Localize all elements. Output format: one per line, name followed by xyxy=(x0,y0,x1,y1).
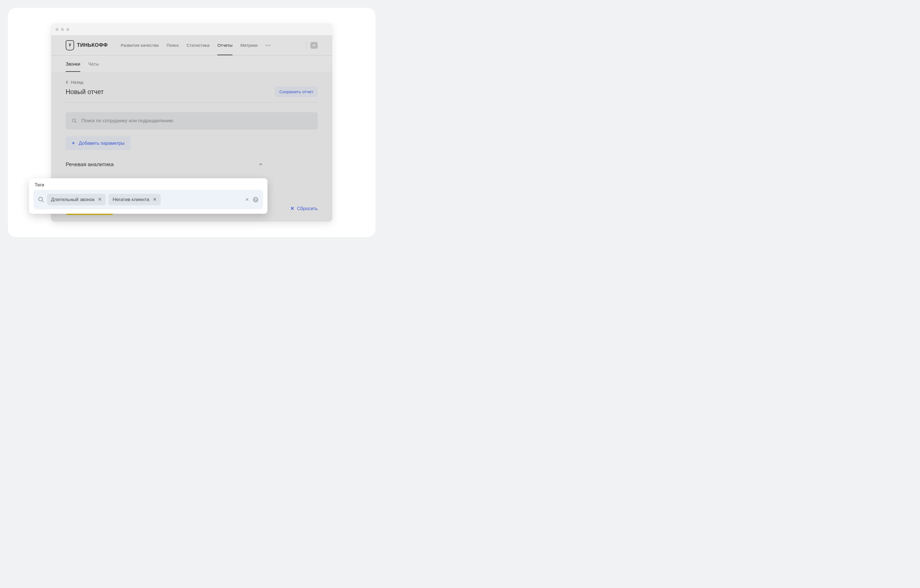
back-link[interactable]: Назад xyxy=(66,80,317,85)
svg-line-1 xyxy=(75,122,77,123)
tab-chats[interactable]: Чаты xyxy=(88,62,99,72)
employee-search-input[interactable] xyxy=(81,118,311,124)
close-icon: ✕ xyxy=(290,206,294,211)
nav-search[interactable]: Поиск xyxy=(167,36,179,55)
save-report-button[interactable]: Сохранить отчет xyxy=(275,86,317,97)
reset-button[interactable]: ✕ Сбросить xyxy=(290,206,317,211)
nav-quality[interactable]: Развитие качества xyxy=(121,36,159,55)
tag-chip-label: Длительный звонок xyxy=(51,197,94,202)
reset-label: Сбросить xyxy=(297,206,317,211)
nav-metrics[interactable]: Метрики xyxy=(240,36,258,55)
page-title: Новый отчет xyxy=(66,88,104,96)
chevron-down-icon xyxy=(312,44,316,47)
clear-all-tags-icon[interactable]: ✕ xyxy=(245,197,249,202)
app-header: ₮ ТИНЬКОФФ Развитие качества Поиск Стати… xyxy=(51,35,332,55)
tags-input[interactable]: Длительный звонок ✕ Негатив клиента ✕ ✕ … xyxy=(34,190,263,209)
shield-icon: ₮ xyxy=(66,40,74,50)
sub-nav: Звонки Чаты xyxy=(51,55,332,72)
main-nav: Развитие качества Поиск Статистика Отчет… xyxy=(121,36,271,55)
search-icon xyxy=(72,118,77,123)
traffic-light-minimize[interactable] xyxy=(61,28,64,31)
speech-analytics-title: Речевая аналитика xyxy=(66,162,113,168)
add-parameters-button[interactable]: + Добавить параметры xyxy=(66,136,131,150)
employee-search[interactable] xyxy=(66,112,317,129)
svg-point-2 xyxy=(39,197,42,201)
tag-remove-icon[interactable]: ✕ xyxy=(98,197,102,202)
add-parameters-label: Добавить параметры xyxy=(79,141,125,146)
traffic-light-close[interactable] xyxy=(55,28,58,31)
tag-chip: Длительный звонок ✕ xyxy=(47,194,106,205)
tag-chip-label: Негатив клиента xyxy=(112,197,149,202)
tags-label: Теги xyxy=(35,182,263,187)
svg-line-3 xyxy=(42,200,44,202)
search-icon xyxy=(38,197,44,203)
nav-reports[interactable]: Отчеты xyxy=(217,36,233,55)
page-body: Назад Новый отчет Сохранить отчет + Доба… xyxy=(51,72,332,193)
title-row: Новый отчет Сохранить отчет xyxy=(66,86,317,102)
stage: ₮ ТИНЬКОФФ Развитие качества Поиск Стати… xyxy=(8,8,376,237)
svg-point-0 xyxy=(73,119,76,122)
tab-calls[interactable]: Звонки xyxy=(66,62,80,72)
traffic-light-zoom[interactable] xyxy=(66,28,69,31)
divider xyxy=(306,42,306,49)
plus-icon: + xyxy=(72,140,75,146)
help-icon[interactable]: ? xyxy=(253,197,259,202)
nav-more-icon[interactable]: ••• xyxy=(266,43,271,48)
tag-chip: Негатив клиента ✕ xyxy=(109,194,161,205)
back-label: Назад xyxy=(71,80,83,85)
chevron-up-icon xyxy=(259,162,263,167)
nav-stats[interactable]: Статистика xyxy=(186,36,209,55)
window-titlebar xyxy=(51,23,332,35)
tags-popover: Теги Длительный звонок ✕ Негатив клиента… xyxy=(29,178,267,214)
brand-logo[interactable]: ₮ ТИНЬКОФФ xyxy=(66,40,108,50)
header-dropdown-button[interactable] xyxy=(310,42,317,49)
brand-name: ТИНЬКОФФ xyxy=(77,42,108,48)
chevron-left-icon xyxy=(66,80,68,84)
speech-analytics-section-header[interactable]: Речевая аналитика xyxy=(66,162,263,168)
tag-remove-icon[interactable]: ✕ xyxy=(153,197,157,202)
header-right xyxy=(306,42,317,49)
